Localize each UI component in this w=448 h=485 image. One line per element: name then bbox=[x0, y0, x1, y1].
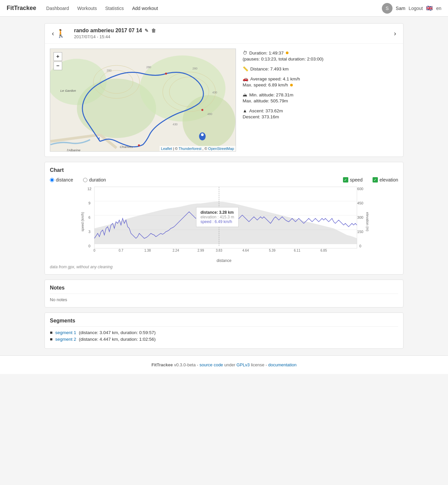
workout-title-area: rando amberieu 2017 07 14 ✎ 🗑 2017/07/14… bbox=[69, 28, 392, 39]
hiker-icon: 🚶 bbox=[56, 29, 66, 38]
svg-text:600: 600 bbox=[357, 187, 363, 191]
avg-speed-value: Average speed: 4.1 km/h bbox=[250, 76, 300, 81]
stat-group-altitude: ⛰ Min. altitude: 278.31m Max. altitude: … bbox=[243, 92, 398, 103]
nav-add-workout[interactable]: Add workout bbox=[129, 4, 161, 13]
user-name[interactable]: Sam bbox=[396, 6, 405, 11]
svg-text:0.7: 0.7 bbox=[119, 249, 123, 252]
radio-duration[interactable] bbox=[83, 178, 87, 182]
checkbox-elevation[interactable]: ✓ bbox=[373, 177, 378, 182]
stat-group-speed: 🚗 Average speed: 4.1 km/h Max. speed: 6.… bbox=[243, 76, 398, 87]
nav-links: Dashboard Workouts Statistics Add workou… bbox=[43, 4, 382, 13]
checkbox-speed-group: ✓ speed bbox=[343, 177, 363, 182]
min-alt-value: Min. altitude: 278.31m bbox=[249, 92, 293, 97]
segment-2-info: (distance: 4.447 km, duration: 1:02:56) bbox=[79, 337, 156, 342]
svg-point-13 bbox=[138, 144, 140, 146]
prev-workout-button[interactable]: ‹ bbox=[50, 28, 56, 39]
ascent-value: Ascent: 373.62m bbox=[249, 108, 283, 113]
svg-text:280: 280 bbox=[146, 65, 151, 69]
nav-brand[interactable]: FitTrackee bbox=[7, 5, 36, 12]
workout-header: ‹ 🚶 rando amberieu 2017 07 14 ✎ 🗑 2017/0… bbox=[45, 24, 403, 44]
altitude-icon: ⛰ bbox=[243, 92, 247, 97]
logout-link[interactable]: Logout bbox=[409, 6, 423, 11]
delete-icon[interactable]: 🗑 bbox=[151, 28, 156, 33]
nav-dashboard[interactable]: Dashboard bbox=[43, 4, 72, 13]
avatar: S bbox=[382, 3, 392, 14]
workout-title: rando amberieu 2017 07 14 ✎ 🗑 bbox=[74, 28, 388, 34]
svg-text:450: 450 bbox=[357, 201, 363, 205]
footer-license-suffix: license - bbox=[251, 362, 268, 367]
footer-under: under bbox=[224, 362, 237, 367]
footer-license-link[interactable]: GPLv3 bbox=[237, 362, 250, 367]
navbar: FitTrackee Dashboard Workouts Statistics… bbox=[0, 0, 448, 17]
stat-descent: Descent: 373.16m bbox=[243, 114, 398, 119]
edit-icon[interactable]: ✎ bbox=[145, 28, 149, 33]
radio-duration-label: duration bbox=[89, 177, 106, 182]
chart-wrapper: 12 9 6 3 0 speed (km/h) 600 450 300 150 … bbox=[50, 185, 398, 258]
footer-documentation-link[interactable]: documentation bbox=[268, 362, 296, 367]
stat-group-duration: ⏱ Duration: 1:49:37 (pauses: 0:13:23, to… bbox=[243, 50, 398, 61]
osm-link[interactable]: OpenStreetMap bbox=[208, 147, 234, 151]
svg-text:300: 300 bbox=[357, 215, 363, 219]
svg-text:3: 3 bbox=[88, 230, 90, 234]
notes-title: Notes bbox=[50, 285, 398, 294]
speed-warning-dot bbox=[290, 84, 293, 86]
footer: FitTrackee v0.3.0-beta - source code und… bbox=[0, 355, 448, 374]
thunderforest-link[interactable]: Thunderforest bbox=[179, 147, 201, 151]
notes-section: Notes No notes bbox=[45, 280, 403, 307]
svg-text:3.83: 3.83 bbox=[216, 249, 222, 252]
stat-duration-pauses: (pauses: 0:13:23, total duration: 2:03:0… bbox=[243, 57, 398, 61]
list-item: ■ segment 2 (distance: 4.447 km, duratio… bbox=[50, 337, 398, 342]
stat-duration: ⏱ Duration: 1:49:37 bbox=[243, 50, 398, 56]
descent-value: Descent: 373.16m bbox=[243, 114, 279, 119]
svg-point-12 bbox=[201, 133, 204, 136]
zoom-out-button[interactable]: − bbox=[54, 61, 62, 70]
stat-group-distance: 📏 Distance: 7.493 km bbox=[243, 66, 398, 71]
leaflet-link[interactable]: Leaflet bbox=[161, 147, 172, 151]
checkbox-speed[interactable]: ✓ bbox=[343, 177, 348, 182]
segment-1-link[interactable]: segment 1 bbox=[55, 330, 76, 335]
svg-text:9: 9 bbox=[88, 201, 90, 205]
nav-workouts[interactable]: Workouts bbox=[74, 4, 100, 13]
language-flag: 🇬🇧 bbox=[426, 5, 433, 11]
max-speed-value: Max. speed: 6.89 km/h bbox=[243, 82, 288, 87]
map-attribution: Leaflet | © Thunderforest , © OpenStreet… bbox=[160, 146, 236, 151]
footer-source-code-link[interactable]: source code bbox=[199, 362, 223, 367]
chart-note: data from gpx, without any cleaning bbox=[50, 265, 398, 269]
svg-text:6.11: 6.11 bbox=[294, 249, 300, 252]
notes-content: No notes bbox=[50, 297, 398, 302]
segment-1-info: (distance: 3.047 km, duration: 0:59:57) bbox=[79, 330, 156, 335]
footer-brand: FitTrackee bbox=[152, 362, 173, 367]
speed-icon: 🚗 bbox=[243, 76, 248, 81]
next-workout-button[interactable]: › bbox=[392, 28, 398, 39]
chart-title: Chart bbox=[50, 167, 398, 173]
svg-text:4.64: 4.64 bbox=[242, 249, 249, 252]
svg-text:5.39: 5.39 bbox=[269, 249, 276, 252]
svg-text:elevation (m): elevation (m) bbox=[366, 212, 369, 231]
map-placeholder: 280 280 280 430 480 430 Le Gardon Chanve… bbox=[50, 49, 236, 152]
segment-2-link[interactable]: segment 2 bbox=[55, 337, 76, 342]
radio-distance-label: distance bbox=[56, 177, 73, 182]
segments-section: Segments ■ segment 1 (distance: 3.047 km… bbox=[45, 313, 403, 348]
workout-name: rando amberieu 2017 07 14 bbox=[74, 28, 142, 34]
zoom-in-button[interactable]: + bbox=[54, 52, 62, 61]
distance-icon: 📏 bbox=[243, 66, 248, 71]
navbar-right: S Sam Logout 🇬🇧 en bbox=[382, 3, 441, 14]
chart-card: Chart distance duration ✓ speed ✓ elev bbox=[45, 162, 403, 275]
svg-text:0: 0 bbox=[359, 244, 361, 248]
language-label[interactable]: en bbox=[436, 6, 441, 11]
duration-pauses-value: (pauses: 0:13:23, total duration: 2:03:0… bbox=[243, 57, 323, 61]
svg-point-15 bbox=[201, 109, 203, 111]
stat-group-ascent: ▲ Ascent: 373.62m Descent: 373.16m bbox=[243, 108, 398, 119]
nav-statistics[interactable]: Statistics bbox=[102, 4, 127, 13]
map-controls: + − bbox=[54, 52, 62, 71]
clock-icon: ⏱ bbox=[243, 50, 247, 56]
workout-card: ‹ 🚶 rando amberieu 2017 07 14 ✎ 🗑 2017/0… bbox=[45, 23, 403, 157]
svg-text:280: 280 bbox=[192, 67, 197, 70]
svg-text:Le Gardon: Le Gardon bbox=[60, 89, 76, 92]
svg-text:l'Albarine: l'Albarine bbox=[67, 148, 80, 151]
svg-text:2.99: 2.99 bbox=[197, 249, 204, 252]
radio-distance[interactable] bbox=[50, 178, 54, 182]
chart-section: Chart distance duration ✓ speed ✓ elev bbox=[45, 162, 403, 274]
svg-text:1.38: 1.38 bbox=[144, 249, 151, 252]
stat-avg-speed: 🚗 Average speed: 4.1 km/h bbox=[243, 76, 398, 81]
